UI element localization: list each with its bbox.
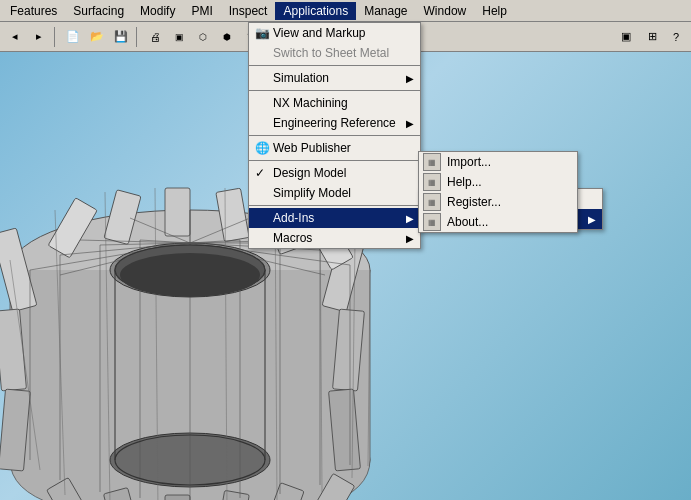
menu-item-add-ins[interactable]: Add-Ins ▶ <box>249 208 420 228</box>
toolbar-view1[interactable]: ▣ <box>168 26 190 48</box>
toolbar-new[interactable]: 📄 <box>62 26 84 48</box>
toolbar-open[interactable]: 📂 <box>86 26 108 48</box>
menu-item-engineering-ref[interactable]: Engineering Reference ▶ <box>249 113 420 133</box>
menubar: Features Surfacing Modify PMI Inspect Ap… <box>0 0 691 22</box>
menu-surfacing[interactable]: Surfacing <box>65 2 132 20</box>
menu-applications[interactable]: Applications <box>275 2 356 20</box>
toolbar-save[interactable]: 💾 <box>110 26 132 48</box>
web-publisher-icon: 🌐 <box>253 139 271 157</box>
toolbar-view2[interactable]: ⬡ <box>192 26 214 48</box>
svg-rect-18 <box>165 188 190 236</box>
help-icon: ▦ <box>423 173 441 191</box>
menu-inspect[interactable]: Inspect <box>221 2 276 20</box>
svg-point-60 <box>120 253 260 297</box>
menu-modify[interactable]: Modify <box>132 2 183 20</box>
eng-ref-arrow: ▶ <box>406 118 414 129</box>
sep-4 <box>249 160 420 161</box>
sep-1 <box>249 65 420 66</box>
view-markup-icon: 📷 <box>253 24 271 42</box>
menu-item-web-publisher[interactable]: 🌐 Web Publisher <box>249 138 420 158</box>
macros-arrow: ▶ <box>406 233 414 244</box>
import-icon: ▦ <box>423 153 441 171</box>
menu-item-register[interactable]: ▦ Register... <box>419 192 577 212</box>
import-submenu: ▦ Import... ▦ Help... ▦ Register... ▦ Ab… <box>418 151 578 233</box>
toolbar-extra2[interactable]: ⊞ <box>641 26 663 48</box>
menu-item-simulation[interactable]: Simulation ▶ <box>249 68 420 88</box>
toolbar-extra1[interactable]: ▣ <box>613 26 639 48</box>
sep-5 <box>249 205 420 206</box>
menu-item-about[interactable]: ▦ About... <box>419 212 577 232</box>
svg-rect-12 <box>165 495 190 500</box>
applications-menu: 📷 View and Markup Switch to Sheet Metal … <box>248 22 421 249</box>
toolbar-forward[interactable]: ▸ <box>28 26 50 48</box>
menu-item-switch-sheet-metal: Switch to Sheet Metal <box>249 43 420 63</box>
menu-item-simplify-model[interactable]: Simplify Model <box>249 183 420 203</box>
menu-item-design-model[interactable]: ✓ Design Model <box>249 163 420 183</box>
menu-item-help[interactable]: ▦ Help... <box>419 172 577 192</box>
3ds-arrow: ▶ <box>588 214 596 225</box>
design-model-check: ✓ <box>255 166 265 180</box>
menu-item-nx-machining[interactable]: NX Machining <box>249 93 420 113</box>
add-ins-arrow: ▶ <box>406 213 414 224</box>
simulation-arrow: ▶ <box>406 73 414 84</box>
toolbar-extra3[interactable]: ? <box>665 26 687 48</box>
menu-item-import[interactable]: ▦ Import... <box>419 152 577 172</box>
menu-window[interactable]: Window <box>416 2 475 20</box>
menu-help[interactable]: Help <box>474 2 515 20</box>
menu-item-macros[interactable]: Macros ▶ <box>249 228 420 248</box>
about-icon: ▦ <box>423 213 441 231</box>
sep-2 <box>249 90 420 91</box>
menu-features[interactable]: Features <box>2 2 65 20</box>
menu-pmi[interactable]: PMI <box>183 2 220 20</box>
toolbar-back[interactable]: ◂ <box>4 26 26 48</box>
toolbar-print[interactable]: 🖨 <box>144 26 166 48</box>
toolbar-view3[interactable]: ⬢ <box>216 26 238 48</box>
toolbar-sep1 <box>54 27 58 47</box>
sep-3 <box>249 135 420 136</box>
register-icon: ▦ <box>423 193 441 211</box>
toolbar-sep2 <box>136 27 140 47</box>
menu-item-view-markup[interactable]: 📷 View and Markup <box>249 23 420 43</box>
menu-manage[interactable]: Manage <box>356 2 415 20</box>
